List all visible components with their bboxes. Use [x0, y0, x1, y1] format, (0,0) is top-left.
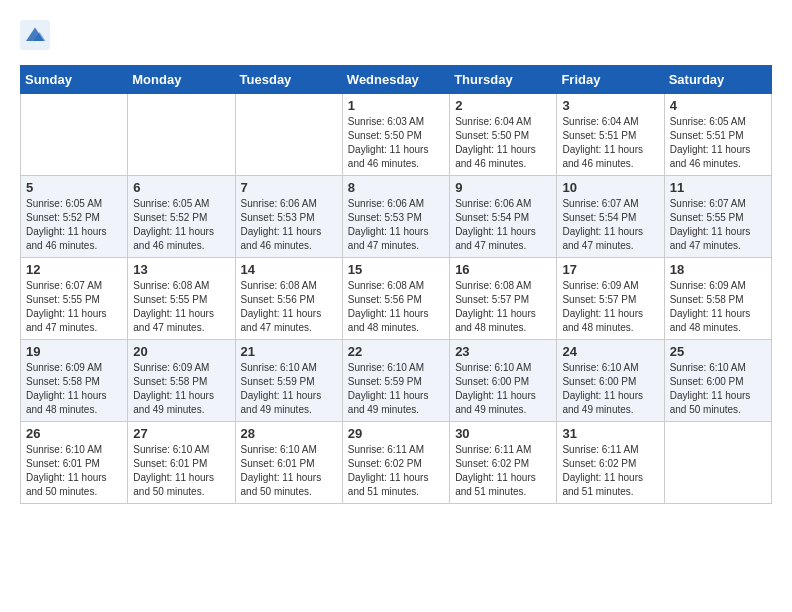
calendar-cell: 23Sunrise: 6:10 AM Sunset: 6:00 PM Dayli… — [450, 340, 557, 422]
calendar-week-row: 12Sunrise: 6:07 AM Sunset: 5:55 PM Dayli… — [21, 258, 772, 340]
day-info: Sunrise: 6:04 AM Sunset: 5:50 PM Dayligh… — [455, 115, 551, 171]
day-info: Sunrise: 6:08 AM Sunset: 5:56 PM Dayligh… — [241, 279, 337, 335]
calendar-cell: 18Sunrise: 6:09 AM Sunset: 5:58 PM Dayli… — [664, 258, 771, 340]
day-number: 3 — [562, 98, 658, 113]
day-number: 28 — [241, 426, 337, 441]
calendar-cell: 26Sunrise: 6:10 AM Sunset: 6:01 PM Dayli… — [21, 422, 128, 504]
calendar-cell: 31Sunrise: 6:11 AM Sunset: 6:02 PM Dayli… — [557, 422, 664, 504]
calendar-cell: 7Sunrise: 6:06 AM Sunset: 5:53 PM Daylig… — [235, 176, 342, 258]
day-number: 26 — [26, 426, 122, 441]
weekday-header: Wednesday — [342, 66, 449, 94]
day-info: Sunrise: 6:08 AM Sunset: 5:57 PM Dayligh… — [455, 279, 551, 335]
calendar-cell: 30Sunrise: 6:11 AM Sunset: 6:02 PM Dayli… — [450, 422, 557, 504]
day-info: Sunrise: 6:11 AM Sunset: 6:02 PM Dayligh… — [562, 443, 658, 499]
weekday-header: Thursday — [450, 66, 557, 94]
day-number: 12 — [26, 262, 122, 277]
day-info: Sunrise: 6:03 AM Sunset: 5:50 PM Dayligh… — [348, 115, 444, 171]
calendar-cell: 6Sunrise: 6:05 AM Sunset: 5:52 PM Daylig… — [128, 176, 235, 258]
day-number: 17 — [562, 262, 658, 277]
calendar-cell: 1Sunrise: 6:03 AM Sunset: 5:50 PM Daylig… — [342, 94, 449, 176]
page-header — [20, 20, 772, 50]
day-info: Sunrise: 6:10 AM Sunset: 6:01 PM Dayligh… — [26, 443, 122, 499]
day-info: Sunrise: 6:10 AM Sunset: 6:00 PM Dayligh… — [455, 361, 551, 417]
day-number: 2 — [455, 98, 551, 113]
calendar-cell: 19Sunrise: 6:09 AM Sunset: 5:58 PM Dayli… — [21, 340, 128, 422]
calendar-cell: 24Sunrise: 6:10 AM Sunset: 6:00 PM Dayli… — [557, 340, 664, 422]
calendar-cell: 3Sunrise: 6:04 AM Sunset: 5:51 PM Daylig… — [557, 94, 664, 176]
day-info: Sunrise: 6:10 AM Sunset: 6:01 PM Dayligh… — [241, 443, 337, 499]
day-number: 1 — [348, 98, 444, 113]
day-info: Sunrise: 6:05 AM Sunset: 5:52 PM Dayligh… — [26, 197, 122, 253]
calendar-cell: 22Sunrise: 6:10 AM Sunset: 5:59 PM Dayli… — [342, 340, 449, 422]
day-number: 9 — [455, 180, 551, 195]
day-number: 18 — [670, 262, 766, 277]
day-number: 4 — [670, 98, 766, 113]
calendar-cell: 14Sunrise: 6:08 AM Sunset: 5:56 PM Dayli… — [235, 258, 342, 340]
day-info: Sunrise: 6:09 AM Sunset: 5:58 PM Dayligh… — [133, 361, 229, 417]
day-info: Sunrise: 6:11 AM Sunset: 6:02 PM Dayligh… — [455, 443, 551, 499]
day-number: 23 — [455, 344, 551, 359]
calendar-cell — [235, 94, 342, 176]
day-number: 22 — [348, 344, 444, 359]
calendar-cell: 2Sunrise: 6:04 AM Sunset: 5:50 PM Daylig… — [450, 94, 557, 176]
day-info: Sunrise: 6:07 AM Sunset: 5:55 PM Dayligh… — [26, 279, 122, 335]
calendar-cell: 25Sunrise: 6:10 AM Sunset: 6:00 PM Dayli… — [664, 340, 771, 422]
day-info: Sunrise: 6:07 AM Sunset: 5:54 PM Dayligh… — [562, 197, 658, 253]
calendar-cell: 27Sunrise: 6:10 AM Sunset: 6:01 PM Dayli… — [128, 422, 235, 504]
day-number: 5 — [26, 180, 122, 195]
calendar-cell: 8Sunrise: 6:06 AM Sunset: 5:53 PM Daylig… — [342, 176, 449, 258]
day-info: Sunrise: 6:05 AM Sunset: 5:51 PM Dayligh… — [670, 115, 766, 171]
day-number: 29 — [348, 426, 444, 441]
day-info: Sunrise: 6:07 AM Sunset: 5:55 PM Dayligh… — [670, 197, 766, 253]
day-info: Sunrise: 6:10 AM Sunset: 5:59 PM Dayligh… — [348, 361, 444, 417]
day-number: 6 — [133, 180, 229, 195]
calendar-cell: 16Sunrise: 6:08 AM Sunset: 5:57 PM Dayli… — [450, 258, 557, 340]
day-number: 21 — [241, 344, 337, 359]
weekday-header: Saturday — [664, 66, 771, 94]
day-info: Sunrise: 6:10 AM Sunset: 6:01 PM Dayligh… — [133, 443, 229, 499]
calendar-cell: 4Sunrise: 6:05 AM Sunset: 5:51 PM Daylig… — [664, 94, 771, 176]
day-number: 30 — [455, 426, 551, 441]
weekday-header: Friday — [557, 66, 664, 94]
calendar-cell: 9Sunrise: 6:06 AM Sunset: 5:54 PM Daylig… — [450, 176, 557, 258]
calendar-cell — [128, 94, 235, 176]
day-info: Sunrise: 6:10 AM Sunset: 6:00 PM Dayligh… — [562, 361, 658, 417]
day-number: 31 — [562, 426, 658, 441]
calendar-cell: 15Sunrise: 6:08 AM Sunset: 5:56 PM Dayli… — [342, 258, 449, 340]
day-number: 19 — [26, 344, 122, 359]
calendar-table: SundayMondayTuesdayWednesdayThursdayFrid… — [20, 65, 772, 504]
day-number: 8 — [348, 180, 444, 195]
calendar-cell: 28Sunrise: 6:10 AM Sunset: 6:01 PM Dayli… — [235, 422, 342, 504]
day-info: Sunrise: 6:06 AM Sunset: 5:53 PM Dayligh… — [241, 197, 337, 253]
calendar-week-row: 5Sunrise: 6:05 AM Sunset: 5:52 PM Daylig… — [21, 176, 772, 258]
calendar-cell: 20Sunrise: 6:09 AM Sunset: 5:58 PM Dayli… — [128, 340, 235, 422]
day-number: 27 — [133, 426, 229, 441]
logo-icon — [20, 20, 50, 50]
day-number: 15 — [348, 262, 444, 277]
weekday-header: Sunday — [21, 66, 128, 94]
calendar-week-row: 19Sunrise: 6:09 AM Sunset: 5:58 PM Dayli… — [21, 340, 772, 422]
calendar-week-row: 1Sunrise: 6:03 AM Sunset: 5:50 PM Daylig… — [21, 94, 772, 176]
logo — [20, 20, 56, 50]
day-info: Sunrise: 6:10 AM Sunset: 5:59 PM Dayligh… — [241, 361, 337, 417]
day-number: 11 — [670, 180, 766, 195]
calendar-cell: 10Sunrise: 6:07 AM Sunset: 5:54 PM Dayli… — [557, 176, 664, 258]
calendar-cell: 17Sunrise: 6:09 AM Sunset: 5:57 PM Dayli… — [557, 258, 664, 340]
day-info: Sunrise: 6:08 AM Sunset: 5:55 PM Dayligh… — [133, 279, 229, 335]
day-number: 7 — [241, 180, 337, 195]
day-number: 24 — [562, 344, 658, 359]
day-info: Sunrise: 6:06 AM Sunset: 5:54 PM Dayligh… — [455, 197, 551, 253]
day-number: 16 — [455, 262, 551, 277]
weekday-header-row: SundayMondayTuesdayWednesdayThursdayFrid… — [21, 66, 772, 94]
weekday-header: Tuesday — [235, 66, 342, 94]
day-info: Sunrise: 6:10 AM Sunset: 6:00 PM Dayligh… — [670, 361, 766, 417]
calendar-cell: 11Sunrise: 6:07 AM Sunset: 5:55 PM Dayli… — [664, 176, 771, 258]
calendar-cell: 12Sunrise: 6:07 AM Sunset: 5:55 PM Dayli… — [21, 258, 128, 340]
day-number: 13 — [133, 262, 229, 277]
day-info: Sunrise: 6:09 AM Sunset: 5:57 PM Dayligh… — [562, 279, 658, 335]
calendar-cell: 13Sunrise: 6:08 AM Sunset: 5:55 PM Dayli… — [128, 258, 235, 340]
day-number: 10 — [562, 180, 658, 195]
calendar-cell — [664, 422, 771, 504]
day-info: Sunrise: 6:11 AM Sunset: 6:02 PM Dayligh… — [348, 443, 444, 499]
day-info: Sunrise: 6:04 AM Sunset: 5:51 PM Dayligh… — [562, 115, 658, 171]
